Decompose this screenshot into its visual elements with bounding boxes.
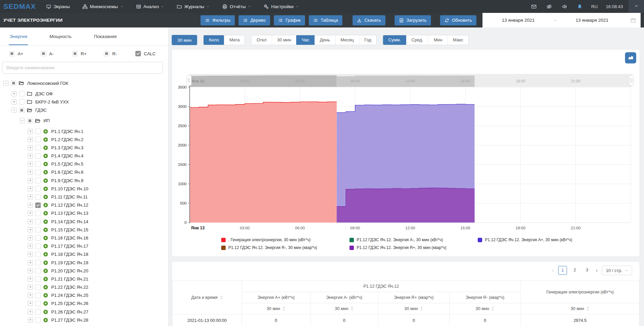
tab-power[interactable]: Мощность [49,28,72,45]
interval-30min-button[interactable]: 30 мин [172,35,197,45]
bell-icon[interactable] [577,4,583,9]
expand-icon[interactable]: + [28,276,33,282]
eye-slash-icon[interactable] [546,4,552,9]
checkbox[interactable] [35,161,41,167]
page-1-button[interactable]: 1 [558,266,567,275]
interval-option[interactable]: 30 мин [272,35,296,45]
tree-item[interactable]: +Р1.17 ГДЭС Яч.17 [0,242,168,250]
date-to[interactable]: 13 января 2021 [556,18,628,23]
checkbox[interactable] [72,51,78,56]
tree-button[interactable]: Дерево [239,15,270,25]
nav-item-settings[interactable]: Настройки [264,4,299,9]
legend-item[interactable]: Р1.12 ГДЭС Яч.12. Энергия R-, 30 мин (кв… [221,245,349,250]
upload-button[interactable]: Загрузить [395,15,431,25]
table-button[interactable]: Таблица [309,15,342,25]
tree-item[interactable]: +Р1.4 ГДЭС Яч.4 [0,152,168,160]
volume-icon[interactable] [562,4,567,9]
sort-icon[interactable] [491,306,494,311]
download-button[interactable]: Скачать [353,15,385,25]
page-2-button[interactable]: 2 [570,266,579,275]
next-page-button[interactable]: › [595,267,599,273]
collapse-icon[interactable]: − [12,108,17,113]
legend-item[interactable]: Р1.12 ГДЭС Яч.12. Энергия A+, 30 мин (кВ… [478,237,606,242]
unit-option[interactable]: Мега [224,35,245,45]
tree-item[interactable]: +Р1.18 ГДЭС Яч.18 [0,250,168,258]
sort-icon[interactable] [220,295,223,300]
checkbox[interactable] [35,317,41,323]
tree-item[interactable]: +Р1.5 ГДЭС Яч.5 [0,160,168,168]
sort-icon[interactable] [586,306,589,311]
filter-r-[interactable]: R- [104,51,135,56]
tab-energy[interactable]: Энергия [9,28,28,45]
legend-item[interactable]: Р1.12 ГДЭС Яч.12. Энергия R+, 30 мин (кв… [349,245,478,250]
checkbox[interactable] [35,153,41,159]
expand-icon[interactable]: + [28,268,33,273]
expand-icon[interactable]: + [28,211,33,216]
page-3-button[interactable]: 3 [583,266,591,275]
checkbox[interactable] [35,178,41,183]
filter-a+[interactable]: A+ [9,51,41,56]
date-column-header[interactable]: Дата и время [172,281,242,314]
interval-subheader[interactable]: 30 мин [310,303,378,314]
checkbox[interactable] [35,194,41,200]
nav-item-screens[interactable]: Экраны [46,4,70,9]
expand-icon[interactable]: + [28,318,33,323]
aggregation-option[interactable]: Сумм. [383,35,406,45]
date-from[interactable]: 13 января 2021 [482,18,554,23]
energy-chart[interactable]: Янв 1303:0006:0009:0012:0015:0018:0021:0… [172,50,640,234]
tree-item[interactable]: +Р1.15 ГДЭС Яч.15 [0,226,168,234]
expand-icon[interactable]: + [28,186,33,191]
collapse-icon[interactable]: − [3,81,8,86]
expand-icon[interactable]: + [28,260,33,265]
topbar-expand-button[interactable] [628,0,644,13]
checkbox[interactable] [35,145,41,150]
nav-item-mnemonics[interactable]: Мнемосхемы [82,4,124,9]
tree-item[interactable]: −Ломоносовский ГОК [0,79,168,87]
search-input[interactable] [2,62,163,74]
tree-item[interactable]: +Р1.16 ГДЭС Яч.16 [0,234,168,242]
filters-button[interactable]: Фильтры [201,15,235,25]
expand-icon[interactable]: + [28,161,33,167]
sort-icon[interactable] [351,306,354,311]
checkbox[interactable] [35,276,41,282]
checkbox[interactable] [35,186,41,191]
expand-icon[interactable]: + [28,244,33,249]
expand-icon[interactable]: + [28,203,33,208]
sort-icon[interactable] [420,306,423,311]
tree-item[interactable]: +Р1.22 ГДЭС Яч.22 [0,283,168,291]
expand-icon[interactable]: + [28,219,33,224]
logo[interactable]: SEDMAX [3,2,36,11]
checkbox[interactable] [35,244,41,249]
expand-icon[interactable]: + [28,145,33,150]
calendar-icon[interactable] [630,18,636,23]
expand-icon[interactable]: + [28,178,33,183]
legend-item[interactable]: . Генерация электроэнергии, 30 мин (кВт*… [221,237,349,242]
nav-item-analysis[interactable]: Анализ [136,4,165,9]
checkbox[interactable] [35,137,41,142]
interval-subheader[interactable]: 30 мин [450,303,521,314]
expand-icon[interactable]: + [28,252,33,257]
tree-item[interactable]: −ИП [0,117,168,125]
brush-handle-right[interactable] [629,75,634,85]
tree-item[interactable]: +БКРУ-2 6кВ УХХ [0,98,168,106]
envelope-icon[interactable] [531,4,537,9]
interval-option[interactable]: Час [296,35,314,45]
interval-option[interactable]: День [315,35,335,45]
expand-icon[interactable]: + [28,129,33,134]
tree-item[interactable]: +Р1.19 ГДЭС Яч.19 [0,258,168,267]
expand-icon[interactable]: + [28,293,33,298]
refresh-button[interactable]: Обновить [440,15,476,25]
expand-icon[interactable]: + [28,309,33,314]
tree-item[interactable]: +Р1.10 ГДЭС Яч.10 [0,185,168,193]
checkbox[interactable] [35,301,41,306]
graph-button[interactable]: График [274,15,305,25]
tree-item[interactable]: +Р1.2 ГДЭС Яч.2 [0,135,168,143]
aggregation-option[interactable]: Макс [448,35,469,45]
expand-icon[interactable]: + [28,153,33,158]
expand-icon[interactable]: + [28,170,33,175]
checkbox[interactable] [19,108,24,113]
tree-item[interactable]: +Р1.14 ГДЭС Яч.14 [0,217,168,226]
brush-handle-left[interactable] [187,75,191,85]
checkbox[interactable] [35,170,41,175]
sort-icon[interactable] [282,306,285,311]
